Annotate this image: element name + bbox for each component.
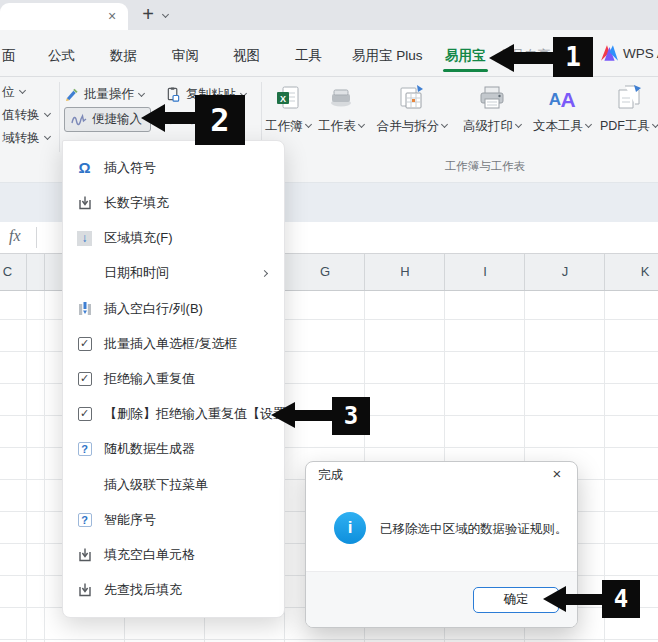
dialog-close-icon[interactable]: × [547, 464, 567, 484]
menu-item-12[interactable]: 填充空白单元格 [63, 538, 284, 573]
region-fill-icon: ↓ [76, 230, 93, 247]
formula-bar-divider [36, 227, 37, 248]
big-button-label: 合并与拆分 [377, 118, 448, 135]
menu-item-label: 批量插入单选框/复选框 [104, 335, 238, 353]
text-tools-icon: AA [547, 82, 577, 114]
fill-box-icon [76, 547, 93, 564]
chevron-down-icon [441, 121, 448, 128]
left-panel-item-3[interactable]: 域转换 [2, 130, 50, 147]
worksheet-icon [328, 82, 354, 114]
arrow-shaft [513, 52, 555, 64]
menu-item-13[interactable]: 先查找后填充 [63, 573, 284, 608]
workbook-button[interactable]: X工作簿 [261, 82, 315, 140]
arrow-shaft [294, 410, 334, 421]
document-tab-strip: × + [0, 0, 658, 30]
ribbon-tab-4[interactable]: 审阅 [172, 47, 199, 65]
column-header-G[interactable]: G [285, 264, 365, 279]
worksheet-button[interactable]: 工作表 [314, 82, 368, 140]
arrow-head-icon [271, 402, 295, 428]
new-tab-button[interactable]: + [137, 2, 159, 26]
column-header-J[interactable]: J [525, 264, 605, 279]
menu-item-label: 智能序号 [104, 511, 156, 529]
menu-item-10[interactable]: 插入级联下拉菜单 [63, 467, 284, 502]
ribbon-tab-8[interactable]: 易用宝 [445, 47, 486, 65]
svg-text:X: X [280, 94, 286, 104]
menu-item-label: 插入空白行/列(B) [104, 300, 203, 318]
big-button-text: 合并与拆分 [377, 119, 440, 133]
column-header-C[interactable]: C [0, 264, 45, 279]
chevron-down-icon [18, 87, 25, 94]
left-panel-item-1[interactable]: 位 [2, 84, 25, 101]
merge-split-icon [398, 82, 426, 114]
ribbon-tab-5[interactable]: 视图 [233, 47, 260, 65]
chevron-down-icon [43, 133, 50, 140]
menu-item-2[interactable]: 长数字填充 [63, 185, 284, 220]
menu-item-5[interactable]: 插入空白行/列(B) [63, 291, 284, 326]
left-panel-item-2[interactable]: 值转换 [2, 107, 50, 124]
dialog-message: 已移除选中区域的数据验证规则。 [380, 521, 568, 538]
tab-list-chevron-icon[interactable] [162, 11, 169, 18]
quick-input-icon [71, 113, 87, 127]
column-header-I[interactable]: I [445, 264, 525, 279]
column-header-K[interactable]: K [605, 264, 658, 279]
wps-ai-logo-icon [601, 45, 618, 61]
checkbox-icon: ✓ [76, 406, 93, 423]
menu-item-1[interactable]: Ω插入符号 [63, 150, 284, 185]
menu-item-icon-placeholder [76, 265, 93, 282]
chevron-down-icon [43, 110, 50, 117]
menu-item-icon-placeholder [76, 476, 93, 493]
chevron-right-icon [261, 270, 268, 277]
arrow-head-icon [489, 44, 514, 72]
menu-item-label: 日期和时间 [104, 264, 169, 282]
big-button-text: 工作簿 [265, 119, 303, 133]
svg-text:A: A [560, 88, 575, 111]
annotation-number-box: 4 [602, 580, 640, 618]
copy-paste-icon [166, 87, 181, 102]
wps-ai-label: WPS A [623, 46, 658, 61]
ribbon-group-label: 工作簿与工作表 [395, 159, 575, 174]
big-button-label: PDF工具 [600, 118, 658, 135]
ribbon-tab-2[interactable]: 公式 [48, 47, 75, 65]
fill-box-icon [76, 582, 93, 599]
menu-item-label: 先查找后填充 [104, 581, 182, 599]
quick-input-button[interactable]: 便捷输入 [64, 107, 151, 132]
chevron-down-icon [305, 121, 312, 128]
menu-item-7[interactable]: ✓拒绝输入重复值 [63, 361, 284, 396]
batch-ops-icon [64, 87, 79, 102]
close-tab-icon[interactable]: × [103, 7, 121, 25]
menu-item-6[interactable]: ✓批量插入单选框/复选框 [63, 326, 284, 361]
chevron-down-icon [138, 89, 145, 96]
big-button-text: 高级打印 [463, 119, 513, 133]
quick-input-dropdown-menu: Ω插入符号长数字填充↓区域填充(F)日期和时间插入空白行/列(B)✓批量插入单选… [62, 140, 285, 618]
ribbon-tab-7[interactable]: 易用宝 Plus [352, 47, 423, 65]
omega-icon: Ω [76, 159, 93, 176]
big-button-label: 工作表 [318, 118, 364, 135]
svg-text:A: A [549, 90, 561, 109]
menu-item-8[interactable]: ✓【删除】拒绝输入重复值【设置】 [63, 397, 284, 432]
menu-item-4[interactable]: 日期和时间 [63, 256, 284, 291]
menu-item-label: 插入符号 [104, 159, 156, 177]
batch-operations-button[interactable]: 批量操作 [64, 86, 144, 103]
menu-item-11[interactable]: ?智能序号 [63, 502, 284, 537]
ribbon-tab-1[interactable]: 面 [2, 47, 16, 65]
menu-item-9[interactable]: ?随机数据生成器 [63, 432, 284, 467]
menu-item-label: 插入级联下拉菜单 [104, 476, 208, 494]
wps-ai-entry[interactable]: WPS A [601, 45, 658, 61]
menu-item-3[interactable]: ↓区域填充(F) [63, 220, 284, 255]
pdf-tools-button[interactable]: PDF工具 [599, 82, 658, 140]
ribbon-tab-6[interactable]: 工具 [295, 47, 322, 65]
advanced-print-button[interactable]: 高级打印 [457, 82, 527, 140]
annotation-number-box: 1 [553, 37, 593, 77]
merge-split-button[interactable]: 合并与拆分 [367, 82, 457, 140]
column-header-H[interactable]: H [365, 264, 445, 279]
chevron-down-icon [358, 121, 365, 128]
menu-item-label: 随机数据生成器 [104, 440, 195, 458]
ribbon-tab-3[interactable]: 数据 [110, 47, 137, 65]
left-panel-label: 值转换 [2, 108, 40, 122]
checkbox-icon: ✓ [76, 371, 93, 388]
ribbon-group-divider [59, 82, 60, 152]
text-tools-button[interactable]: AA文本工具 [527, 82, 597, 140]
menu-item-label: 区域填充(F) [104, 229, 173, 247]
fill-box-icon [76, 194, 93, 211]
document-tab[interactable]: × [0, 3, 128, 30]
